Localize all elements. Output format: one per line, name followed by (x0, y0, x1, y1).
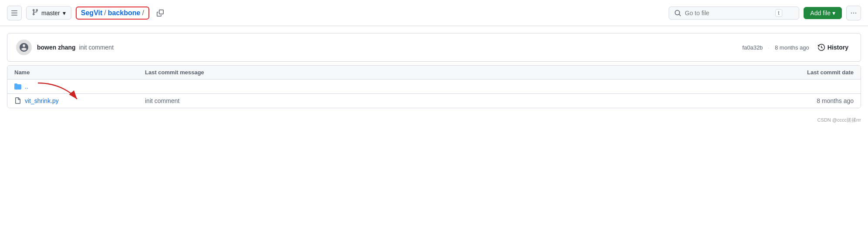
breadcrumb: SegVit / backbone / (76, 7, 149, 20)
branch-name: master (41, 10, 60, 17)
breadcrumb-segvit-link[interactable]: SegVit (81, 9, 103, 17)
history-label: History (828, 44, 848, 51)
table-header: Name Last commit message Last commit dat… (7, 66, 861, 80)
copy-icon (157, 10, 164, 17)
copy-path-button[interactable] (154, 7, 167, 20)
breadcrumb-backbone-link[interactable]: backbone (108, 9, 141, 17)
col-last-commit-message: Last commit message (145, 69, 758, 76)
watermark: CSDN @cccc搓揉rrr (0, 115, 868, 125)
branch-selector[interactable]: master ▾ (26, 6, 71, 20)
top-bar: master ▾ SegVit / backbone / t Add file … (0, 0, 868, 26)
more-options-button[interactable]: ··· (846, 6, 861, 20)
file-name-cell-vit: vit_shrink.py (14, 97, 145, 104)
table-row[interactable]: vit_shrink.py init comment 8 months ago (7, 94, 861, 108)
search-shortcut-key: t (775, 9, 782, 17)
sidebar-toggle-button[interactable] (7, 6, 22, 20)
commit-bar: bowen zhang init comment fa0a32b · 8 mon… (7, 33, 861, 62)
commit-time-ago: 8 months ago (775, 44, 809, 51)
branch-icon (32, 9, 39, 17)
parent-dir-name: .. (25, 83, 28, 90)
commit-meta: fa0a32b · 8 months ago (742, 44, 809, 51)
breadcrumb-separator2: / (142, 9, 144, 17)
add-file-label: Add file (810, 10, 831, 17)
file-commit-date: 8 months ago (758, 97, 854, 104)
file-icon (14, 97, 21, 104)
breadcrumb-separator1: / (104, 9, 106, 17)
history-button[interactable]: History (814, 42, 852, 53)
col-name: Name (14, 69, 145, 76)
more-options-icon: ··· (850, 8, 857, 17)
add-file-dropdown-icon: ▾ (832, 10, 835, 17)
commit-hash[interactable]: fa0a32b (742, 44, 763, 51)
file-name-cell-parent: .. (14, 83, 145, 90)
add-file-button[interactable]: Add file ▾ (804, 7, 842, 19)
folder-icon (14, 83, 21, 90)
commit-info: bowen zhang init comment (37, 44, 737, 51)
table-row[interactable]: .. (7, 80, 861, 94)
file-name-vit: vit_shrink.py (25, 97, 59, 104)
avatar (16, 40, 32, 55)
file-table: Name Last commit message Last commit dat… (7, 65, 861, 108)
commit-author[interactable]: bowen zhang (37, 44, 76, 51)
search-icon (674, 10, 681, 17)
file-commit-msg: init comment (145, 97, 758, 104)
history-icon (818, 44, 825, 51)
meta-divider: · (768, 44, 770, 51)
col-last-commit-date: Last commit date (758, 69, 854, 76)
search-input[interactable] (685, 10, 772, 17)
commit-message: init comment (79, 44, 114, 51)
sidebar-icon (11, 10, 18, 17)
user-avatar-icon (19, 42, 29, 53)
go-to-file-search[interactable]: t (669, 7, 799, 20)
branch-dropdown-icon: ▾ (63, 10, 66, 17)
watermark-text: CSDN @cccc搓揉rrr (818, 117, 861, 123)
git-branch-icon (32, 9, 39, 16)
